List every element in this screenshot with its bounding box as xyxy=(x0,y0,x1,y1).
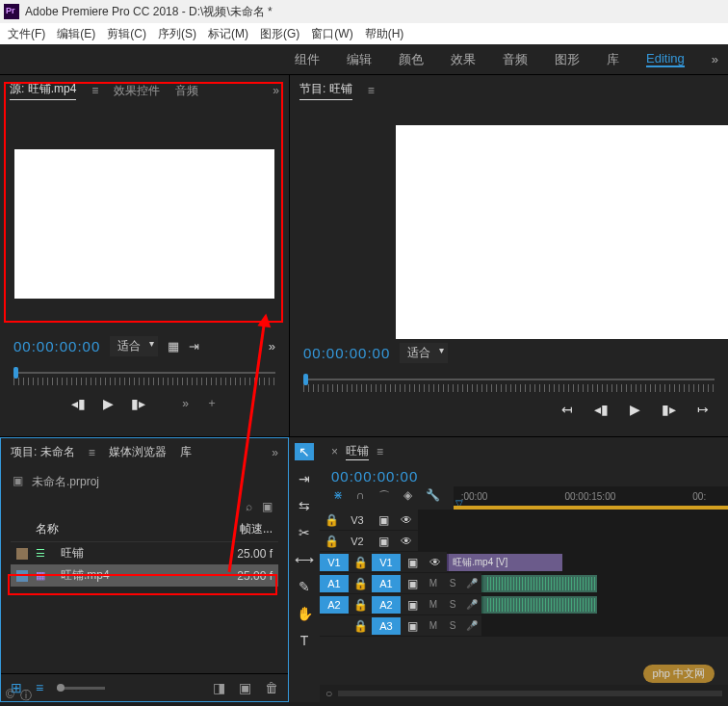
menu-marker[interactable]: 标记(M) xyxy=(202,26,254,42)
overflow-icon[interactable]: » xyxy=(272,446,278,459)
tab-menu-icon[interactable]: ≡ xyxy=(368,84,375,97)
tab-media-browser[interactable]: 媒体浏览器 xyxy=(109,444,167,460)
tab-source[interactable]: 源: 旺铺.mp4 xyxy=(10,81,76,100)
mute-button[interactable]: M xyxy=(424,599,443,610)
project-row-sequence[interactable]: ☰ 旺铺 25.00 f xyxy=(11,542,278,564)
program-ruler[interactable] xyxy=(290,367,728,396)
tab-library[interactable]: 库 xyxy=(180,444,192,460)
ws-overflow-icon[interactable]: » xyxy=(712,52,718,66)
ripple-tool-icon[interactable]: ⇆ xyxy=(295,497,314,514)
timeline-title[interactable]: 旺铺 xyxy=(346,443,369,460)
menu-edit[interactable]: 编辑(E) xyxy=(51,26,101,42)
solo-button[interactable]: S xyxy=(443,578,462,588)
lock-icon[interactable]: 🔒 xyxy=(349,619,372,633)
toggle-output-icon[interactable]: ▣ xyxy=(401,556,424,569)
voiceover-icon[interactable]: 🎤 xyxy=(462,599,481,610)
lock-icon[interactable]: 🔒 xyxy=(349,556,372,569)
track-content[interactable]: 旺铺.mp4 [V] xyxy=(447,552,728,572)
step-fwd-icon[interactable]: ▮▸ xyxy=(662,402,676,417)
lock-icon[interactable]: 🔒 xyxy=(349,598,372,612)
audio-clip[interactable] xyxy=(481,596,597,614)
settings-icon[interactable]: ▦ xyxy=(168,339,179,353)
track-v1[interactable]: V1 🔒 V1 ▣ 👁 旺铺.mp4 [V] xyxy=(320,552,728,573)
source-timecode[interactable]: 00:00:00:00 xyxy=(13,338,100,354)
overflow-icon[interactable]: » xyxy=(269,339,275,353)
source-patch[interactable]: V1 xyxy=(320,554,349,571)
track-label[interactable]: A3 xyxy=(372,617,401,635)
ws-editing-cn[interactable]: 编辑 xyxy=(347,51,372,68)
video-clip[interactable]: 旺铺.mp4 [V] xyxy=(447,554,562,571)
col-name[interactable]: 名称 xyxy=(16,521,215,537)
timeline-timecode[interactable]: 00:00:00:00 xyxy=(320,466,728,486)
play-icon[interactable]: ▶ xyxy=(630,402,640,417)
razor-tool-icon[interactable]: ✂ xyxy=(295,524,314,541)
track-label[interactable]: A2 xyxy=(372,596,401,614)
selection-tool-icon[interactable]: ↖ xyxy=(295,443,314,460)
toggle-output-icon[interactable]: ▣ xyxy=(401,598,424,612)
timeline-ruler[interactable]: ▽ :00:00 00:00:15:00 00: xyxy=(454,486,728,506)
menu-clip[interactable]: 剪辑(C) xyxy=(101,26,152,42)
ws-effects[interactable]: 效果 xyxy=(451,51,476,68)
icon-view-icon[interactable]: ≡ xyxy=(36,680,43,695)
insert-icon[interactable]: ⇥ xyxy=(189,339,199,353)
tab-effect-controls[interactable]: 效果控件 xyxy=(114,83,160,99)
step-fwd-icon[interactable]: ▮▸ xyxy=(131,396,145,411)
timeline-scrollbar[interactable] xyxy=(338,691,722,696)
filter-icon[interactable]: ▣ xyxy=(262,500,273,513)
play-icon[interactable]: ▶ xyxy=(103,396,114,411)
mute-button[interactable]: M xyxy=(424,578,443,588)
program-fit-dropdown[interactable]: 适合 xyxy=(400,343,448,363)
ws-color[interactable]: 颜色 xyxy=(399,51,424,68)
toggle-output-icon[interactable]: ▣ xyxy=(372,513,395,527)
track-content[interactable] xyxy=(481,573,728,593)
ws-assembly[interactable]: 组件 xyxy=(295,51,320,68)
menu-help[interactable]: 帮助(H) xyxy=(359,26,410,42)
track-label[interactable]: V3 xyxy=(343,511,372,529)
add-button-icon[interactable]: ＋ xyxy=(206,395,218,411)
track-select-tool-icon[interactable]: ⇥ xyxy=(295,470,314,487)
ws-libraries[interactable]: 库 xyxy=(607,51,619,68)
pen-tool-icon[interactable]: ✎ xyxy=(295,578,314,595)
search-icon[interactable]: ⌕ xyxy=(246,500,252,513)
transport-overflow-icon[interactable]: » xyxy=(182,397,189,410)
type-tool-icon[interactable]: T xyxy=(295,632,314,649)
track-v3[interactable]: 🔒 V3 ▣ 👁 xyxy=(320,510,728,531)
track-a1[interactable]: A1 🔒 A1 ▣ M S 🎤 xyxy=(320,573,728,594)
source-patch[interactable]: A1 xyxy=(320,575,349,592)
new-item-icon[interactable]: ▣ xyxy=(239,680,251,695)
close-icon[interactable]: × xyxy=(331,445,338,458)
wrench-icon[interactable]: 🔧 xyxy=(426,488,440,508)
solo-button[interactable]: S xyxy=(443,620,462,631)
mark-out-icon[interactable]: ↦ xyxy=(697,402,709,417)
menu-window[interactable]: 窗口(W) xyxy=(305,26,358,42)
program-timecode[interactable]: 00:00:00:00 xyxy=(303,345,390,361)
eye-icon[interactable]: 👁 xyxy=(395,513,418,527)
tab-menu-icon[interactable]: ≡ xyxy=(377,445,383,458)
tab-menu-icon[interactable]: ≡ xyxy=(91,84,98,97)
menu-graphics[interactable]: 图形(G) xyxy=(254,26,305,42)
source-patch[interactable]: A2 xyxy=(320,596,349,614)
track-label[interactable]: A1 xyxy=(372,575,401,592)
track-content[interactable] xyxy=(481,594,728,614)
eye-icon[interactable]: 👁 xyxy=(424,556,447,569)
tab-project[interactable]: 项目: 未命名 xyxy=(11,444,75,460)
overflow-icon[interactable]: » xyxy=(273,84,279,97)
track-label[interactable]: V2 xyxy=(343,533,372,550)
step-back-icon[interactable]: ◂▮ xyxy=(594,402,609,417)
solo-button[interactable]: S xyxy=(443,599,462,610)
track-content[interactable] xyxy=(418,510,728,530)
toggle-output-icon[interactable]: ▣ xyxy=(401,577,424,590)
mark-in-icon[interactable]: ↤ xyxy=(561,402,573,417)
zoom-out-icon[interactable]: ○ xyxy=(325,687,332,700)
track-content[interactable] xyxy=(418,531,728,551)
toggle-output-icon[interactable]: ▣ xyxy=(401,619,424,633)
lock-icon[interactable]: 🔒 xyxy=(320,535,343,548)
lock-icon[interactable]: 🔒 xyxy=(349,577,372,590)
playhead-icon[interactable]: ▽ xyxy=(455,498,463,506)
new-bin-icon[interactable]: ◨ xyxy=(213,680,225,695)
slip-tool-icon[interactable]: ⟷ xyxy=(295,551,314,568)
toggle-output-icon[interactable]: ▣ xyxy=(372,535,395,548)
step-back-icon[interactable]: ◂▮ xyxy=(71,396,86,411)
program-preview[interactable] xyxy=(396,125,728,339)
project-row-video[interactable]: ▦ 旺铺.mp4 25.00 f xyxy=(11,564,278,587)
